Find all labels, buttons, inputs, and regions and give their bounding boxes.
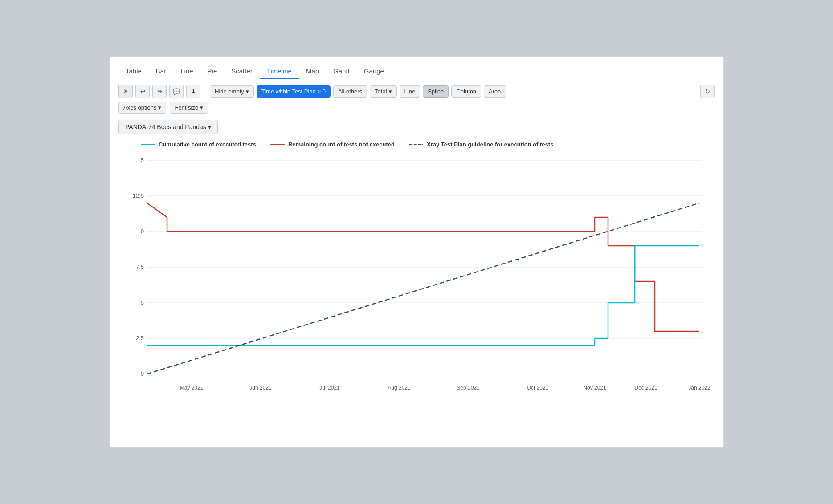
legend-item-1: Cumulative count of executed tests: [141, 141, 256, 148]
x-label-dec: Dec 2021: [634, 385, 657, 391]
x-label-jun: Jun 2021: [249, 385, 272, 391]
redo-button[interactable]: ↪: [152, 85, 167, 98]
filter-active-button[interactable]: Time within Test Plan > 0: [257, 85, 331, 98]
download-button[interactable]: ⬇: [186, 85, 200, 98]
toolbar-row-1: ✕ ↩ ↪ 💬 ⬇ Hide empty ▾ Time within Test …: [118, 85, 715, 98]
axes-options-button[interactable]: Axes options ▾: [118, 102, 166, 114]
x-label-jan: Jan 2022: [688, 385, 710, 391]
chart-legend: Cumulative count of executed tests Remai…: [118, 141, 715, 148]
legend-line-dashed: [409, 144, 423, 145]
legend-line-red: [270, 144, 285, 145]
cyan-line: [147, 246, 699, 345]
close-icon: ✕: [123, 88, 128, 95]
y-label-15: 15: [138, 157, 144, 163]
tab-map[interactable]: Map: [299, 64, 326, 79]
x-label-oct: Oct 2021: [527, 385, 549, 391]
tab-pie[interactable]: Pie: [200, 64, 225, 79]
y-label-12-5: 12.5: [133, 192, 144, 199]
tab-bar: Table Bar Line Pie Scatter Timeline Map …: [118, 64, 715, 79]
filter-others-button[interactable]: All others: [333, 85, 367, 98]
main-container: Table Bar Line Pie Scatter Timeline Map …: [109, 56, 724, 448]
refresh-button[interactable]: ↻: [700, 85, 715, 98]
plan-selector-button[interactable]: PANDA-74 Bees and Pandas ▾: [118, 120, 218, 134]
tab-timeline[interactable]: Timeline: [260, 64, 299, 79]
legend-item-3: Xray Test Plan guideline for execution o…: [409, 141, 553, 148]
refresh-icon: ↻: [705, 88, 710, 95]
legend-line-cyan: [141, 144, 155, 145]
chevron-down-icon: ▾: [246, 88, 249, 95]
y-label-7-5: 7.5: [136, 264, 144, 270]
chevron-down-icon-5: ▾: [208, 123, 211, 130]
y-label-10: 10: [138, 228, 144, 235]
total-button[interactable]: Total ▾: [370, 85, 396, 98]
tab-gauge[interactable]: Gauge: [357, 64, 391, 79]
redo-icon: ↪: [157, 88, 162, 95]
tab-gantt[interactable]: Gantt: [326, 64, 357, 79]
separator-1: [205, 86, 205, 97]
area-button[interactable]: Area: [484, 85, 506, 98]
hide-empty-button[interactable]: Hide empty ▾: [210, 85, 254, 98]
plan-selector: PANDA-74 Bees and Pandas ▾: [118, 120, 715, 134]
x-label-jul: Jul 2021: [319, 385, 340, 391]
font-size-button[interactable]: Font size ▾: [170, 102, 208, 114]
x-label-may: May 2021: [180, 385, 204, 391]
line-button[interactable]: Line: [400, 85, 421, 98]
close-button[interactable]: ✕: [118, 85, 133, 98]
undo-button[interactable]: ↩: [135, 85, 150, 98]
chevron-down-icon-2: ▾: [389, 88, 392, 95]
undo-icon: ↩: [140, 88, 145, 95]
comment-icon: 💬: [173, 88, 180, 95]
chevron-down-icon-4: ▾: [200, 104, 203, 111]
dashed-guideline: [147, 203, 699, 374]
y-label-0: 0: [141, 370, 144, 377]
tab-bar[interactable]: Bar: [149, 64, 173, 79]
x-label-sep: Sep 2021: [457, 385, 480, 391]
legend-item-2: Remaining count of tests not executed: [270, 141, 395, 148]
column-button[interactable]: Column: [451, 85, 481, 98]
tab-scatter[interactable]: Scatter: [224, 64, 260, 79]
tab-line[interactable]: Line: [173, 64, 200, 79]
chevron-down-icon-3: ▾: [158, 104, 161, 111]
chart-svg: 0 2.5 5 7.5 10 12.5 15 May 2021 Jun 2021…: [118, 151, 715, 401]
toolbar-row-2: Axes options ▾ Font size ▾: [118, 102, 715, 114]
download-icon: ⬇: [191, 88, 196, 95]
x-label-nov: Nov 2021: [583, 385, 606, 391]
x-label-aug: Aug 2021: [388, 385, 411, 391]
y-label-5: 5: [141, 299, 144, 306]
tab-table[interactable]: Table: [118, 64, 149, 79]
y-label-2-5: 2.5: [136, 335, 144, 341]
spline-button[interactable]: Spline: [423, 85, 449, 98]
comment-button[interactable]: 💬: [169, 85, 184, 98]
chart-container: 0 2.5 5 7.5 10 12.5 15 May 2021 Jun 2021…: [118, 151, 715, 402]
